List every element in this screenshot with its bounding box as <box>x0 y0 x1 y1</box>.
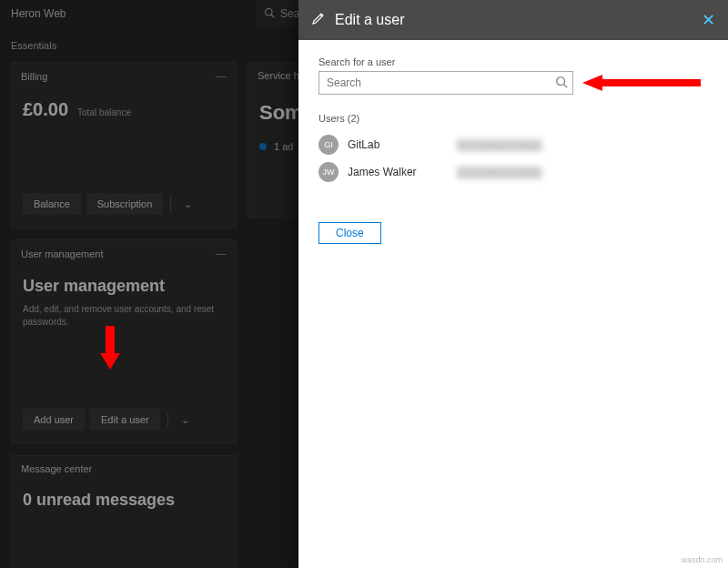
users-count-label: Users (2) <box>318 113 708 124</box>
avatar: JW <box>318 162 339 182</box>
user-email: ████████████ <box>457 167 542 178</box>
pencil-icon <box>311 11 326 29</box>
panel-title: Edit a user <box>335 12 693 28</box>
close-icon[interactable]: ✕ <box>702 10 715 30</box>
user-row[interactable]: GI GitLab ████████████ <box>318 131 708 158</box>
user-name: James Walker <box>348 166 448 178</box>
svg-point-2 <box>557 77 565 86</box>
search-icon[interactable] <box>555 76 568 92</box>
search-user-label: Search for a user <box>318 56 708 67</box>
search-user-input[interactable] <box>318 71 573 95</box>
user-row[interactable]: JW James Walker ████████████ <box>318 158 708 186</box>
watermark: waxdn.com <box>681 555 723 564</box>
user-email: ████████████ <box>457 139 542 150</box>
close-button[interactable]: Close <box>318 222 381 244</box>
svg-line-3 <box>564 85 568 88</box>
panel-header: Edit a user ✕ <box>298 0 728 40</box>
avatar: GI <box>318 135 339 155</box>
edit-user-panel: Edit a user ✕ Search for a user Users (2… <box>298 0 728 568</box>
user-name: GitLab <box>348 138 448 151</box>
